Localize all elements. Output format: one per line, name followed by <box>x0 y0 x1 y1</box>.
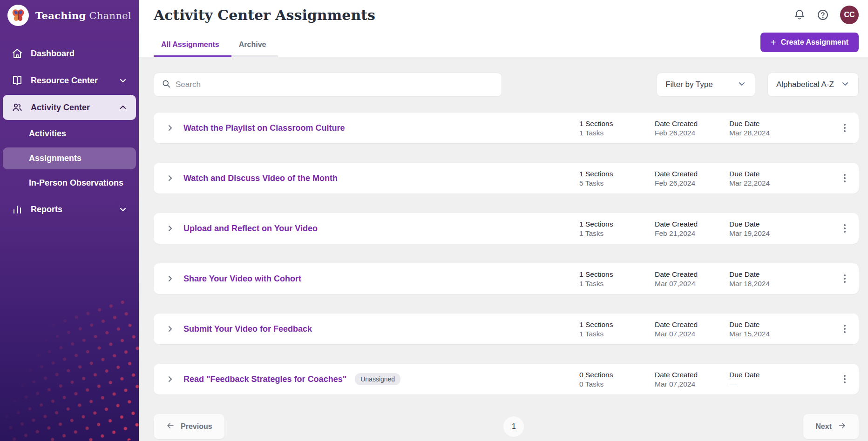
book-icon <box>11 74 23 87</box>
sidebar-item-label: Resource Center <box>31 76 98 86</box>
due-date-value: Mar 28,2024 <box>729 128 808 137</box>
due-date-column: Due Date — <box>729 370 808 388</box>
search-icon <box>162 79 171 90</box>
date-created-value: Feb 21,2024 <box>655 229 729 238</box>
row-kebab-menu-icon[interactable] <box>839 220 850 237</box>
assignment-meta: 0 Sections 0 Tasks Date Created Mar 07,2… <box>579 370 850 388</box>
user-avatar[interactable]: CC <box>840 6 859 24</box>
chevron-down-icon <box>841 79 850 91</box>
chevron-down-icon <box>118 76 128 85</box>
due-date-value: Mar 15,2024 <box>729 329 808 338</box>
chevron-right-icon[interactable] <box>164 121 177 134</box>
assignment-row: Submit Your Video for Feedback 1 Section… <box>154 314 859 344</box>
tasks-count: 1 Tasks <box>579 128 655 137</box>
sections-tasks-column: 1 Sections 1 Tasks <box>579 270 655 288</box>
sections-count: 0 Sections <box>579 370 655 379</box>
content: Filter by Type Alphabetical A-Z Watch th… <box>139 57 868 441</box>
plus-icon: + <box>771 39 776 46</box>
create-assignment-label: Create Assignment <box>781 38 848 47</box>
filter-by-type-dropdown[interactable]: Filter by Type <box>657 73 755 97</box>
chevron-right-icon[interactable] <box>164 373 177 386</box>
brand[interactable]: Teaching Channel <box>0 0 139 33</box>
date-created-column: Date Created Mar 07,2024 <box>655 270 729 288</box>
previous-page-label: Previous <box>181 422 212 431</box>
chevron-down-icon <box>118 205 128 214</box>
chevron-up-icon <box>118 103 128 112</box>
assignment-row: Upload and Reflect on Your Video 1 Secti… <box>154 213 859 244</box>
sidebar-item-dashboard[interactable]: Dashboard <box>3 41 136 66</box>
row-kebab-menu-icon[interactable] <box>839 371 850 388</box>
tab-all-assignments[interactable]: All Assignments <box>154 36 231 57</box>
sidebar-item-activity-center[interactable]: Activity Center <box>3 95 136 120</box>
due-date-value: Mar 19,2024 <box>729 229 808 238</box>
next-page-button[interactable]: Next <box>803 414 859 439</box>
page-number[interactable]: 1 <box>503 416 524 437</box>
row-kebab-menu-icon[interactable] <box>839 170 850 187</box>
assignment-list: Watch the Playlist on Classroom Culture … <box>154 113 862 394</box>
tab-archive[interactable]: Archive <box>231 36 278 57</box>
filter-dropdown-value: Filter by Type <box>665 80 713 89</box>
date-created-column: Date Created Mar 07,2024 <box>655 370 729 388</box>
chevron-right-icon[interactable] <box>164 222 177 235</box>
help-icon[interactable] <box>817 9 829 21</box>
pagination: Previous 1 Next <box>154 414 859 439</box>
main-area: Activity Center Assignments CC All Assig… <box>139 0 868 441</box>
assignment-title-link[interactable]: Watch the Playlist on Classroom Culture <box>183 123 345 133</box>
assignment-meta: 1 Sections 5 Tasks Date Created Feb 26,2… <box>579 169 850 187</box>
row-kebab-menu-icon[interactable] <box>839 120 850 136</box>
date-created-value: Feb 26,2024 <box>655 128 729 137</box>
date-created-label: Date Created <box>655 119 729 128</box>
assignment-title-link[interactable]: Read "Feedback Strategies for Coaches" <box>183 374 346 384</box>
due-date-label: Due Date <box>729 169 808 178</box>
status-badge: Unassigned <box>355 373 400 385</box>
chevron-right-icon[interactable] <box>164 272 177 285</box>
due-date-column: Due Date Mar 19,2024 <box>729 220 808 238</box>
assignment-title-link[interactable]: Share Your Video with Cohort <box>183 274 301 284</box>
due-date-label: Due Date <box>729 270 808 279</box>
assignment-row: Share Your Video with Cohort 1 Sections … <box>154 263 859 294</box>
due-date-value: — <box>729 380 808 388</box>
chevron-right-icon[interactable] <box>164 172 177 185</box>
sections-count: 1 Sections <box>579 169 655 178</box>
sidebar-item-label: Assignments <box>29 154 81 163</box>
sidebar-item-reports[interactable]: Reports <box>3 197 136 222</box>
due-date-label: Due Date <box>729 119 808 128</box>
due-date-column: Due Date Mar 28,2024 <box>729 119 808 137</box>
date-created-label: Date Created <box>655 169 729 178</box>
sections-count: 1 Sections <box>579 119 655 128</box>
date-created-column: Date Created Feb 21,2024 <box>655 220 729 238</box>
previous-page-button[interactable]: Previous <box>154 414 224 439</box>
due-date-column: Due Date Mar 18,2024 <box>729 270 808 288</box>
assignment-meta: 1 Sections 1 Tasks Date Created Mar 07,2… <box>579 270 850 288</box>
sections-tasks-column: 1 Sections 5 Tasks <box>579 169 655 187</box>
arrow-left-icon <box>166 421 175 432</box>
sections-tasks-column: 0 Sections 0 Tasks <box>579 370 655 388</box>
sort-dropdown[interactable]: Alphabetical A-Z <box>767 73 859 97</box>
toolbar: Filter by Type Alphabetical A-Z <box>154 73 862 97</box>
tasks-count: 1 Tasks <box>579 329 655 338</box>
sections-count: 1 Sections <box>579 270 655 279</box>
page-title: Activity Center Assignments <box>154 7 375 23</box>
next-page-label: Next <box>815 422 832 431</box>
tasks-count: 5 Tasks <box>579 179 655 187</box>
chevron-right-icon[interactable] <box>164 322 177 335</box>
notifications-bell-icon[interactable] <box>793 9 806 21</box>
assignment-title-link[interactable]: Upload and Reflect on Your Video <box>183 224 318 234</box>
assignment-row: Watch and Discuss Video of the Month 1 S… <box>154 163 859 194</box>
sidebar-item-label: Activity Center <box>31 103 90 113</box>
sidebar-item-assignments[interactable]: Assignments <box>3 147 136 169</box>
search-input[interactable] <box>176 80 494 89</box>
assignment-title-link[interactable]: Submit Your Video for Feedback <box>183 324 312 334</box>
assignment-title-link[interactable]: Watch and Discuss Video of the Month <box>183 174 338 183</box>
row-kebab-menu-icon[interactable] <box>839 270 850 287</box>
sidebar-item-resource-center[interactable]: Resource Center <box>3 68 136 93</box>
sidebar-item-activities[interactable]: Activities <box>3 123 136 145</box>
due-date-value: Mar 18,2024 <box>729 279 808 288</box>
create-assignment-button[interactable]: + Create Assignment <box>760 33 859 52</box>
row-kebab-menu-icon[interactable] <box>839 321 850 337</box>
arrow-right-icon <box>837 421 847 432</box>
brand-name: Teaching Channel <box>35 10 131 21</box>
sidebar: Teaching Channel Dashboard Resource Cent… <box>0 0 139 441</box>
sidebar-item-in-person-observations[interactable]: In-Person Observations <box>3 172 136 194</box>
brand-name-light: Channel <box>89 10 131 21</box>
